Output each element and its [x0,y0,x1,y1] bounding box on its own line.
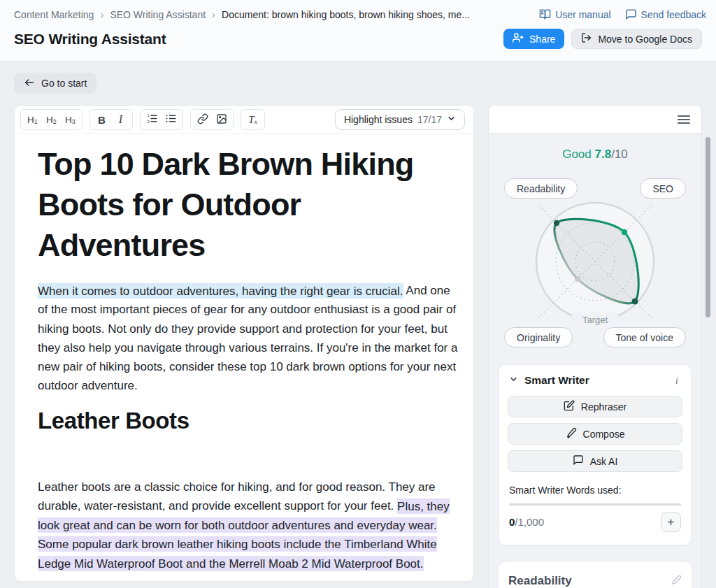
readability-pill[interactable]: Readability [504,178,578,199]
seo-pill[interactable]: SEO [640,178,686,199]
share-button[interactable]: Share [503,29,564,49]
title-row: SEO Writing Assistant Share Move to Goog… [14,29,702,49]
smart-writer-header[interactable]: Smart Writer i [508,374,682,387]
tone-score-dot [632,299,638,305]
heading-3-button[interactable]: H3 [62,111,79,128]
go-to-start-button[interactable]: Go to start [14,73,96,94]
feedback-bubble-icon [625,8,637,20]
smart-writer-title: Smart Writer [524,374,666,387]
score-sidebar: Good 7.8/10 Readability SEO [488,105,702,588]
compose-button[interactable]: Compose [508,423,682,445]
share-label: Share [529,34,555,45]
page-title: SEO Writing Assistant [14,31,166,48]
bullet-list-button[interactable] [162,111,180,128]
rephraser-icon [564,400,575,413]
words-used-label: Smart Writer Words used: [508,485,682,496]
send-feedback-label: Send feedback [641,9,706,20]
user-manual-link[interactable]: User manual [539,8,610,20]
h1-sub: 1 [34,118,38,125]
arrow-left-icon [24,77,35,90]
document-h1: Top 10 Dark Brown Hiking Boots for Outdo… [38,144,458,266]
chevron-down-icon [447,114,456,125]
bullet-list-icon [165,113,177,127]
insert-button-group [190,109,234,130]
words-limit-value: /1,000 [515,516,544,528]
ordered-list-button[interactable]: 12 [143,111,161,128]
score-pills-top: Readability SEO [504,178,686,199]
svg-text:1: 1 [147,113,149,117]
sidebar-header [489,106,701,134]
heading-button-group: H1 H2 H3 [20,109,83,130]
top-bar: Content Marketing › SEO Writing Assistan… [0,0,716,62]
rephraser-button[interactable]: Rephraser [508,396,682,417]
h3-sub: 3 [72,118,76,125]
image-icon [216,113,227,127]
link-button[interactable] [194,111,211,128]
compose-icon [566,427,577,440]
breadcrumb-row: Content Marketing › SEO Writing Assistan… [14,8,706,20]
pencil-icon [671,575,682,588]
move-to-google-docs-label: Move to Google Docs [598,34,692,45]
highlight-issues-count: 17/17 [417,114,442,125]
score-label: Good [562,148,592,161]
target-label: Target [582,315,608,325]
link-icon [197,113,208,127]
document-editor[interactable]: Top 10 Dark Brown Hiking Boots for Outdo… [15,134,473,573]
readability-header[interactable]: Readability [508,574,682,588]
send-feedback-link[interactable]: Send feedback [625,8,706,20]
svg-text:2: 2 [147,120,149,124]
score-value: 7.8 [595,148,612,161]
book-icon [539,8,551,20]
overall-score: Good 7.8/10 [489,134,701,162]
seo-writing-assistant-page: Content Marketing › SEO Writing Assistan… [0,0,716,588]
insert-image-button[interactable] [213,111,230,128]
rephraser-label: Rephraser [581,401,626,413]
add-words-button[interactable]: + [661,512,681,532]
originality-score-dot [575,276,580,282]
italic-button[interactable]: I [112,111,129,128]
person-plus-icon [513,32,524,45]
ask-ai-icon [573,454,584,468]
editor-panel: H1 H2 H3 B I 12 [14,105,474,582]
doc-text-segment: And one of the most important pieces of … [38,284,457,392]
info-icon[interactable]: i [673,375,681,387]
highlight-issues-label: Highlight issues [344,114,413,125]
title-actions: Share Move to Google Docs [503,29,702,49]
breadcrumb-item-content-marketing[interactable]: Content Marketing [14,9,94,20]
list-button-group: 12 [140,109,183,130]
highlight-issues-dropdown[interactable]: Highlight issues 17/17 [335,109,465,130]
score-radar-chart: Target [497,200,693,329]
breadcrumb-item-document: Document: brown hiking boots, brown hiki… [222,9,470,20]
seo-score-dot [622,229,627,235]
bold-button[interactable]: B [93,111,110,128]
hamburger-menu-icon[interactable] [678,113,690,126]
breadcrumb-separator-icon: › [212,8,215,20]
move-to-google-docs-button[interactable]: Move to Google Docs [571,29,702,49]
go-to-start-label: Go to start [41,78,87,89]
score-pills-bottom: Originality Tone of voice [504,327,686,347]
breadcrumb-separator-icon: › [100,8,103,20]
tone-of-voice-pill[interactable]: Tone of voice [603,327,687,347]
breadcrumb-item-seo-writing-assistant[interactable]: SEO Writing Assistant [110,9,206,20]
words-usage-row: 0/1,000 + [508,512,682,532]
heading-2-button[interactable]: H2 [43,111,60,128]
doc-text-segment: Leather boots are a classic choice for h… [38,480,436,512]
top-links: User manual Send feedback [539,8,706,20]
score-max: /10 [611,148,628,161]
export-icon [581,32,592,45]
document-h2: Leather Boots [38,408,458,434]
ask-ai-button[interactable]: Ask AI [508,450,682,472]
originality-pill[interactable]: Originality [504,327,573,347]
readability-score-dot [554,220,559,226]
h2-label: H [46,115,53,125]
ask-ai-label: Ask AI [590,456,618,467]
readability-title: Readability [508,574,572,588]
heading-1-button[interactable]: H1 [24,111,41,128]
document-paragraph-1: When it comes to outdoor adventures, hav… [38,281,458,395]
document-paragraph-2: Leather boots are a classic choice for h… [38,478,458,573]
clear-formatting-button[interactable]: Tx [244,111,262,128]
compose-label: Compose [583,429,625,440]
h2-sub: 2 [53,118,57,125]
clear-format-group: Tx [241,109,265,130]
sidebar-scrollbar[interactable] [706,137,710,317]
